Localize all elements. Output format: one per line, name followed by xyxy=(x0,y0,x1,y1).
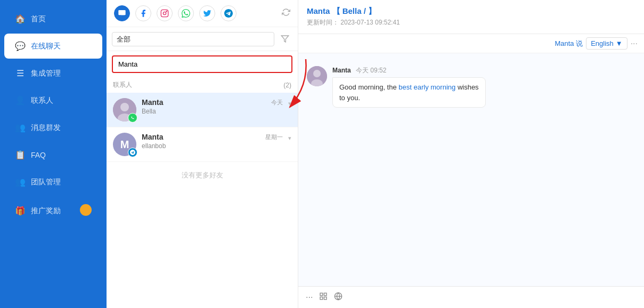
broadcast-icon: 👥 xyxy=(15,123,26,133)
contact-name: Manta xyxy=(142,98,163,107)
avatar-wrapper xyxy=(113,98,136,121)
update-label: 更新时间： xyxy=(307,19,339,26)
icon-bar xyxy=(107,0,298,27)
svg-rect-13 xyxy=(324,293,327,296)
sidebar-item-label: 集成管理 xyxy=(31,69,61,78)
language-select-btn[interactable]: English ▼ xyxy=(586,37,627,50)
contact-name-row: Manta 今天 xyxy=(142,98,283,107)
language-label: English xyxy=(591,39,614,47)
translate-sender: Manta 说 xyxy=(555,39,583,47)
contact-name-row: Manta 星期一 xyxy=(142,133,283,141)
sidebar-item-label: 首页 xyxy=(31,14,46,24)
svg-rect-14 xyxy=(320,297,323,299)
sidebar-item-home[interactable]: 🏠 首页 xyxy=(4,6,102,31)
contact-time: 今天 xyxy=(271,99,283,107)
contacts-count: (2) xyxy=(283,82,291,89)
promo-icon: 🎁 xyxy=(15,206,26,216)
more-icon[interactable]: ··· xyxy=(306,293,313,302)
filter-select[interactable]: 全部 xyxy=(112,32,274,46)
platform-icon-instagram[interactable] xyxy=(157,5,173,21)
search-input[interactable] xyxy=(112,55,292,73)
no-more-label: 没有更多好友 xyxy=(107,162,298,189)
faq-icon: 📋 xyxy=(15,150,26,160)
platform-badge-telegram xyxy=(128,148,137,157)
middle-panel: 全部 联系人 (2) xyxy=(107,0,298,308)
message-time: 今天 09:52 xyxy=(356,67,386,74)
platform-badge-whatsapp xyxy=(128,113,137,123)
sidebar-item-team[interactable]: 👥 团队管理 xyxy=(4,169,102,194)
message-area: Manta 今天 09:52 Good morning, the best ea… xyxy=(307,62,635,112)
contact-chevron: ▾ xyxy=(288,133,291,142)
sidebar-item-integration[interactable]: ☰ 集成管理 xyxy=(4,61,102,86)
sidebar-item-label: 联系人 xyxy=(31,96,53,106)
sidebar-item-contacts[interactable]: 👤 联系人 xyxy=(4,88,102,113)
globe-icon[interactable] xyxy=(334,292,343,303)
team-icon: 👥 xyxy=(15,177,26,187)
contact-item[interactable]: Manta 今天 Bella ▾ xyxy=(107,93,298,127)
chat-title-bracket-open: 【 xyxy=(332,6,340,15)
highlight-early-morning: early morning xyxy=(414,83,456,91)
message-sender: Manta xyxy=(332,67,351,74)
contact-time: 星期一 xyxy=(265,133,283,141)
contacts-header: 联系人 (2) xyxy=(107,77,298,93)
svg-rect-1 xyxy=(161,10,168,17)
platform-icon-facebook[interactable] xyxy=(135,5,151,21)
search-box xyxy=(112,55,292,73)
sidebar-item-promo[interactable]: 🎁 推广奖励 xyxy=(4,197,102,225)
svg-point-2 xyxy=(163,12,166,14)
avatar-wrapper: M xyxy=(113,133,136,156)
platform-icon-chat[interactable] xyxy=(114,5,130,21)
grid-icon[interactable] xyxy=(319,292,328,303)
contact-chevron: ▾ xyxy=(288,98,291,107)
contact-sub: ellanbob xyxy=(142,142,283,150)
svg-point-7 xyxy=(120,103,129,111)
svg-rect-15 xyxy=(324,297,327,299)
sidebar-item-label: 在线聊天 xyxy=(31,42,61,51)
contacts-icon: 👤 xyxy=(15,95,26,106)
translate-bar: Manta 说 English ▼ ··· xyxy=(298,34,644,53)
chat-title: Manta 【 Bella / 】 xyxy=(307,6,635,17)
contacts-label: 联系人 xyxy=(113,80,132,90)
avatar-letter: M xyxy=(120,139,129,151)
platform-icon-telegram[interactable] xyxy=(221,5,237,21)
contact-name: Manta xyxy=(142,133,163,141)
chat-title-bracket-close: 】 xyxy=(368,6,376,15)
sidebar-item-label: 推广奖励 xyxy=(31,206,61,216)
sidebar-item-broadcast[interactable]: 👥 消息群发 xyxy=(4,115,102,140)
message-meta: Manta 今天 09:52 xyxy=(332,66,635,75)
update-time: 2023-07-13 09:52:41 xyxy=(340,19,400,26)
chat-header: Manta 【 Bella / 】 更新时间： 2023-07-13 09:52… xyxy=(298,0,644,34)
sidebar-item-label: 消息群发 xyxy=(31,123,61,133)
home-icon: 🏠 xyxy=(15,14,26,24)
chat-subtitle: 更新时间： 2023-07-13 09:52:41 xyxy=(307,18,635,27)
chat-icon: 💬 xyxy=(15,41,26,51)
chat-body: Manta 今天 09:52 Good morning, the best ea… xyxy=(298,53,644,286)
contact-sub: Bella xyxy=(142,108,283,115)
contact-info: Manta 今天 Bella xyxy=(142,98,283,115)
sidebar-item-label: FAQ xyxy=(31,151,46,159)
message-content: Manta 今天 09:52 Good morning, the best ea… xyxy=(332,66,635,108)
svg-point-10 xyxy=(313,70,321,77)
chat-separator: / xyxy=(364,6,368,15)
search-container xyxy=(107,51,298,77)
platform-icon-whatsapp[interactable] xyxy=(178,5,194,21)
svg-rect-12 xyxy=(320,293,323,296)
chat-contact-name: Bella xyxy=(343,6,362,15)
sidebar-item-label: 团队管理 xyxy=(31,177,61,187)
chat-footer: ··· xyxy=(298,286,644,308)
chat-title-name: Manta xyxy=(307,6,330,15)
sidebar-item-faq[interactable]: 📋 FAQ xyxy=(4,142,102,167)
sidebar: 🏠 首页 💬 在线聊天 ☰ 集成管理 👤 联系人 👥 消息群发 📋 FAQ 👥 … xyxy=(0,0,107,308)
sidebar-item-live-chat[interactable]: 💬 在线聊天 xyxy=(4,34,102,59)
refresh-icon[interactable] xyxy=(282,8,290,19)
filter-bar: 全部 xyxy=(107,27,298,51)
highlight-best: best xyxy=(398,83,412,91)
filter-icon-btn[interactable] xyxy=(278,31,292,46)
svg-point-3 xyxy=(166,11,167,12)
more-options-icon[interactable]: ··· xyxy=(631,39,638,48)
coin-badge xyxy=(80,204,92,217)
contact-info: Manta 星期一 ellanbob xyxy=(142,133,283,150)
platform-icon-twitter[interactable] xyxy=(199,5,215,21)
chat-panel: Manta 【 Bella / 】 更新时间： 2023-07-13 09:52… xyxy=(298,0,644,308)
contact-item[interactable]: M Manta 星期一 ellanbob ▾ xyxy=(107,127,298,162)
